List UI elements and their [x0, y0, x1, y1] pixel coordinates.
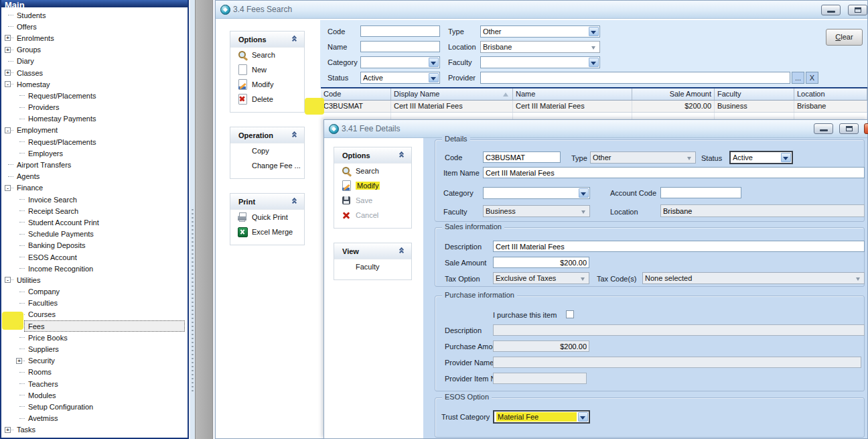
- grid-header-code[interactable]: Code: [321, 88, 391, 100]
- collapse-chevron-icon[interactable]: [292, 36, 299, 44]
- sidebar-item-schedule-payments[interactable]: Schedule Payments: [2, 229, 187, 240]
- sidebar-item-employers[interactable]: Employers: [2, 147, 187, 159]
- clear-button[interactable]: Clear: [826, 29, 863, 46]
- dropdown-arrow-icon[interactable]: [579, 188, 589, 198]
- sidebar-item-request-placements[interactable]: Request/Placements: [2, 136, 187, 147]
- sidebar-item-agents[interactable]: Agents: [2, 171, 187, 182]
- sidebar-item-modules[interactable]: Modules: [2, 389, 187, 401]
- fees-search-titlebar[interactable]: 3.4 Fees Search: [216, 1, 867, 19]
- sidebar-item-utilities[interactable]: -Utilities: [2, 274, 187, 286]
- action-faculty[interactable]: Faculty: [334, 259, 411, 274]
- sidebar-item-income-recognition[interactable]: Income Recognition: [2, 263, 187, 274]
- grid-header-display-name[interactable]: Display Name: [391, 88, 513, 100]
- sidebar-item-students[interactable]: Students: [2, 9, 187, 21]
- dropdown-arrow-icon[interactable]: [781, 153, 791, 162]
- dropdown-arrow-icon[interactable]: [589, 58, 599, 67]
- sidebar-item-banking-deposits[interactable]: Banking Deposits: [2, 240, 187, 251]
- sidebar-item-homestay[interactable]: -Homestay: [2, 78, 187, 90]
- fee-details-titlebar[interactable]: 3.41 Fee Details: [324, 120, 867, 138]
- sidebar-item-courses[interactable]: Courses: [2, 309, 187, 320]
- grid-header-sale-amount[interactable]: Sale Amount: [632, 88, 715, 100]
- sidebar-item-security[interactable]: +Security: [2, 355, 187, 367]
- category-select[interactable]: [483, 187, 590, 199]
- sidebar-item-receipt-search[interactable]: Receipt Search: [2, 205, 187, 216]
- sidebar-item-faculties[interactable]: Faculties: [2, 298, 187, 309]
- sidebar-item-providers[interactable]: Providers: [2, 102, 187, 113]
- sidebar-item-company[interactable]: Company: [2, 286, 187, 298]
- maximize-button[interactable]: [848, 5, 867, 15]
- sidebar-item-tasks[interactable]: +Tasks: [2, 424, 187, 436]
- sidebar-item-price-books[interactable]: Price Books: [2, 332, 187, 343]
- action-search[interactable]: Search: [230, 48, 304, 62]
- panel-header-options[interactable]: Options: [230, 32, 304, 48]
- sidebar-item-invoice-search[interactable]: Invoice Search: [2, 194, 187, 205]
- panel-header-print[interactable]: Print: [230, 194, 304, 210]
- collapse-chevron-icon[interactable]: [399, 248, 406, 255]
- sidebar-item-groups[interactable]: +Groups: [2, 44, 187, 56]
- status-select[interactable]: Active: [360, 72, 440, 84]
- collapse-icon[interactable]: -: [5, 185, 11, 191]
- sidebar-item-student-account-print[interactable]: Student Account Print: [2, 216, 187, 228]
- faculty-select[interactable]: [480, 56, 600, 68]
- status-select[interactable]: Active: [729, 151, 793, 164]
- splitter-grip[interactable]: [190, 0, 195, 439]
- sidebar-item-enrolments[interactable]: +Enrolments: [2, 32, 187, 44]
- dropdown-arrow-icon[interactable]: [589, 27, 599, 36]
- collapse-icon[interactable]: -: [5, 127, 11, 133]
- expand-icon[interactable]: +: [5, 70, 11, 76]
- action-modify[interactable]: Modify: [230, 77, 304, 92]
- expand-icon[interactable]: +: [5, 427, 11, 433]
- sidebar-item-suppliers[interactable]: Suppliers: [2, 343, 187, 355]
- name-input[interactable]: [360, 41, 440, 52]
- sidebar-item-classes[interactable]: +Classes: [2, 67, 187, 78]
- provider-input[interactable]: [480, 72, 790, 84]
- sidebar-item-setup-configuration[interactable]: Setup Configuration: [2, 401, 187, 412]
- sidebar-item-finance[interactable]: -Finance: [2, 182, 187, 194]
- sidebar-item-teachers[interactable]: Teachers: [2, 378, 187, 389]
- collapse-chevron-icon[interactable]: [399, 152, 406, 160]
- type-select[interactable]: Other: [480, 25, 600, 38]
- sidebar-item-employment[interactable]: -Employment: [2, 125, 187, 136]
- collapse-icon[interactable]: -: [5, 81, 11, 87]
- grid-header-name[interactable]: Name: [513, 88, 632, 100]
- expand-icon[interactable]: +: [16, 358, 22, 364]
- panel-header-view[interactable]: View: [334, 243, 411, 259]
- panel-header-operation[interactable]: Operation: [230, 127, 304, 143]
- action-new[interactable]: New: [230, 62, 304, 77]
- sidebar-item-homestay-payments[interactable]: Homestay Payments: [2, 113, 187, 125]
- code-input[interactable]: [483, 151, 561, 163]
- action-search[interactable]: Search: [334, 164, 411, 178]
- panel-header-options[interactable]: Options: [334, 147, 411, 164]
- minimize-button[interactable]: [821, 5, 841, 15]
- action-copy[interactable]: Copy: [230, 143, 304, 158]
- expand-icon[interactable]: +: [5, 35, 11, 41]
- sidebar-item-offers[interactable]: Offers: [2, 21, 187, 32]
- dropdown-arrow-icon[interactable]: [429, 58, 439, 67]
- provider-clear-button[interactable]: X: [806, 72, 818, 84]
- provider-browse-button[interactable]: ...: [792, 72, 804, 84]
- action-modify[interactable]: Modify: [334, 178, 411, 193]
- grid-header-location[interactable]: Location: [794, 88, 867, 100]
- account-code-input[interactable]: [660, 187, 741, 198]
- expand-icon[interactable]: +: [5, 47, 11, 53]
- action-delete[interactable]: Delete: [230, 92, 304, 107]
- code-input[interactable]: [360, 25, 440, 37]
- sale-amount-input[interactable]: [493, 257, 589, 268]
- sidebar-item-rooms[interactable]: Rooms: [2, 367, 187, 378]
- table-row[interactable]: C3BUSMATCert III Material FeesCert III M…: [321, 101, 867, 113]
- category-select[interactable]: [360, 56, 440, 68]
- grid-header-faculty[interactable]: Faculty: [715, 88, 794, 100]
- trust-category-select[interactable]: Material Fee: [493, 410, 590, 424]
- maximize-button[interactable]: [839, 123, 859, 134]
- sidebar-item-airport-transfers[interactable]: Airport Transfers: [2, 159, 187, 170]
- sales-description-input[interactable]: [493, 241, 865, 252]
- sidebar-item-avetmiss[interactable]: Avetmiss: [2, 413, 187, 424]
- dropdown-arrow-icon[interactable]: [429, 73, 439, 82]
- action-change-fee[interactable]: Change Fee ...: [230, 158, 304, 173]
- purchase-item-checkbox[interactable]: [566, 310, 574, 318]
- close-button[interactable]: [864, 123, 868, 134]
- minimize-button[interactable]: [814, 123, 833, 134]
- item-name-input[interactable]: [483, 167, 865, 178]
- sidebar-item-fees[interactable]: Fees: [2, 320, 187, 332]
- collapse-icon[interactable]: -: [5, 277, 11, 283]
